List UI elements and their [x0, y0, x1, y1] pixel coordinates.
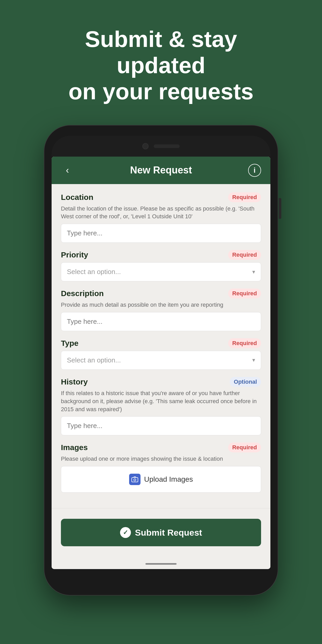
images-header: Images Required [61, 443, 261, 452]
priority-arrow-icon: ▾ [252, 269, 255, 275]
type-badge: Required [228, 338, 261, 348]
phone-body: ‹ New Request i Location Required Detail… [44, 125, 278, 595]
upload-button[interactable]: Upload Images [61, 466, 261, 493]
type-section: Type Required Select an option... ▾ [61, 338, 261, 370]
submit-button[interactable]: ✓ Submit Request [61, 519, 261, 546]
location-header: Location Required [61, 192, 261, 202]
history-badge: Optional [230, 377, 261, 387]
svg-point-1 [134, 479, 136, 481]
hero-section: Submit & stay updated on your requests [18, 0, 304, 120]
hero-text: Submit & stay updated on your requests [18, 0, 304, 120]
history-input[interactable] [61, 416, 261, 435]
camera-icon [142, 143, 149, 149]
location-badge: Required [228, 192, 261, 202]
images-section: Images Required Please upload one or mor… [61, 443, 261, 493]
images-label: Images [61, 443, 88, 452]
phone-mockup: ‹ New Request i Location Required Detail… [44, 125, 278, 595]
submit-label: Submit Request [135, 528, 202, 538]
history-header: History Optional [61, 377, 261, 387]
priority-placeholder: Select an option... [67, 268, 121, 276]
priority-label: Priority [61, 250, 88, 259]
phone-bottom-bar [52, 559, 270, 569]
description-label: Description [61, 289, 104, 298]
info-button[interactable]: i [248, 164, 261, 177]
priority-select[interactable]: Select an option... ▾ [61, 262, 261, 281]
description-hint: Provide as much detail as possible on th… [61, 301, 261, 309]
history-label: History [61, 377, 88, 386]
type-placeholder: Select an option... [67, 356, 121, 364]
priority-header: Priority Required [61, 250, 261, 260]
back-button[interactable]: ‹ [61, 165, 74, 176]
description-input[interactable] [61, 312, 261, 331]
description-badge: Required [228, 289, 261, 298]
images-badge: Required [228, 443, 261, 452]
location-section: Location Required Detail the location of… [61, 192, 261, 243]
svg-rect-0 [132, 478, 138, 482]
description-header: Description Required [61, 289, 261, 298]
type-label: Type [61, 339, 79, 348]
history-hint: If this relates to a historic issue that… [61, 389, 261, 413]
image-upload-icon [129, 474, 141, 485]
images-hint: Please upload one or more images showing… [61, 455, 261, 463]
form-content: Location Required Detail the location of… [52, 184, 270, 508]
description-section: Description Required Provide as much det… [61, 289, 261, 331]
app-header: ‹ New Request i [52, 157, 270, 184]
phone-chin [52, 569, 270, 585]
upload-label: Upload Images [144, 475, 193, 484]
page-title: New Request [74, 165, 248, 176]
divider [52, 508, 270, 508]
type-select[interactable]: Select an option... ▾ [61, 351, 261, 370]
phone-notch [52, 136, 270, 157]
phone-screen: ‹ New Request i Location Required Detail… [52, 157, 270, 569]
submit-check-icon: ✓ [120, 527, 131, 538]
type-header: Type Required [61, 338, 261, 348]
submit-section: ✓ Submit Request [52, 514, 270, 559]
location-label: Location [61, 193, 93, 202]
home-indicator [145, 563, 177, 565]
history-section: History Optional If this relates to a hi… [61, 377, 261, 435]
speaker [154, 144, 180, 148]
priority-section: Priority Required Select an option... ▾ [61, 250, 261, 281]
location-hint: Detail the location of the issue. Please… [61, 205, 261, 221]
priority-badge: Required [228, 250, 261, 260]
location-input[interactable] [61, 224, 261, 243]
type-arrow-icon: ▾ [252, 357, 255, 363]
